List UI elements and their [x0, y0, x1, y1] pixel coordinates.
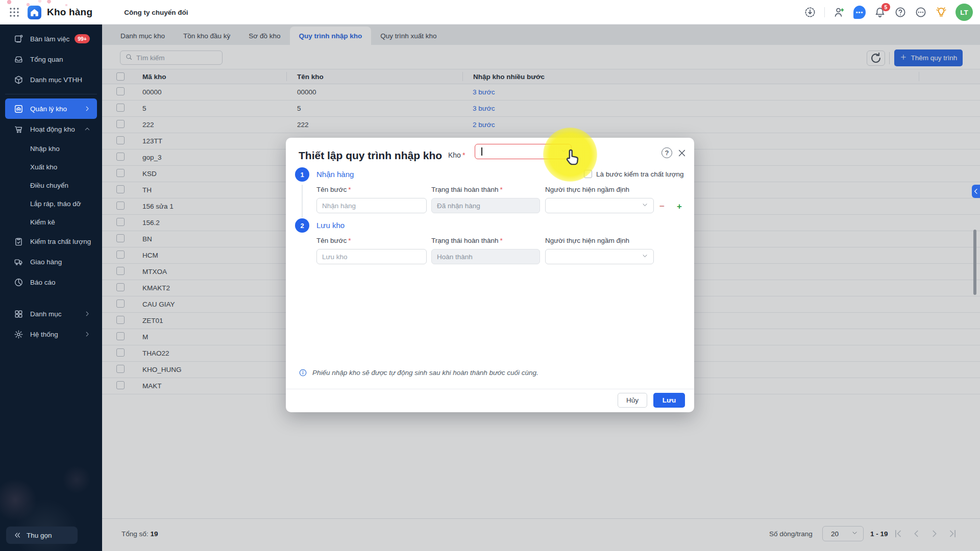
chevron-down-icon [560, 147, 567, 156]
sidebar-item-l-p-r-p-th-o-d-[interactable]: Lắp ráp, tháo dỡ [5, 194, 97, 213]
company-name[interactable]: Công ty chuyển đổi [124, 9, 188, 16]
topbar: Kho hàng Công ty chuyển đổi ••• 5 LT [0, 0, 980, 24]
warehouse-field-label: Kho* [448, 151, 465, 159]
truck-icon [14, 257, 23, 267]
sidebar-decoration [0, 347, 102, 551]
collapse-sidebar-button[interactable]: Thu gọn [6, 527, 78, 544]
collapse-label: Thu gọn [27, 532, 52, 539]
text-cursor [481, 147, 482, 156]
gear-icon [14, 330, 23, 339]
field-input: Đã nhận hàng [431, 198, 540, 213]
step-name: Lưu kho [316, 221, 345, 230]
sidebar-item-label: Bàn làm việc [30, 35, 69, 43]
download-icon[interactable] [804, 6, 816, 18]
side-panel-expand-tab[interactable] [972, 185, 980, 198]
field-label: Trạng thái hoàn thành* [431, 186, 540, 194]
sidebar-item-ho-t-ng-kho[interactable]: Hoạt động kho [5, 119, 97, 139]
chevron-down-icon [642, 253, 648, 261]
sidebar-item-b-o-c-o[interactable]: Báo cáo [5, 272, 97, 292]
sidebar-item-ki-m-k-[interactable]: Kiểm kê [5, 213, 97, 231]
assignee-select[interactable] [545, 249, 654, 264]
sidebar-divider [5, 90, 97, 98]
sidebar-item-nh-p-kho[interactable]: Nhập kho [5, 139, 97, 158]
assignee-select[interactable] [545, 198, 654, 213]
badge: 99+ [75, 34, 90, 43]
sidebar-item-label: Nhập kho [30, 145, 60, 153]
topbar-actions: ••• 5 LT [804, 0, 980, 24]
sidebar-item-label: Quản lý kho [30, 105, 67, 113]
sidebar-item-b-n-l-m-vi-c[interactable]: Bàn làm việc99+ [5, 29, 97, 49]
sidebar-item-label: Xuất kho [30, 163, 57, 171]
field-2: Trạng thái hoàn thành*Hoàn thành [431, 237, 540, 264]
add-user-icon[interactable] [833, 6, 845, 18]
topbar-left: Kho hàng Công ty chuyển đổi [0, 0, 188, 24]
sidebar: Bàn làm việc99+Tổng quanDanh mục VTHHQuả… [0, 24, 102, 551]
sidebar-item-label: Danh mục VTHH [30, 76, 82, 84]
sidebar-item-h-th-ng[interactable]: Hệ thống [5, 324, 97, 344]
chat-icon[interactable]: ••• [853, 6, 866, 18]
sidebar-item-ki-m-tra-ch-t-l-ng[interactable]: Kiểm tra chất lượng [5, 231, 97, 252]
field-1: Tên bước*Nhận hàng [316, 186, 427, 213]
sidebar-item-label: Điều chuyển [30, 182, 68, 189]
sidebar-item-label: Kiểm kê [30, 218, 55, 226]
close-icon[interactable] [677, 148, 687, 158]
info-note-text: Phiếu nhập kho sẽ được tự động sinh sau … [312, 369, 538, 377]
cancel-button[interactable]: Hủy [618, 393, 647, 408]
sidebar-item-label: Kiểm tra chất lượng [30, 238, 91, 245]
help-icon[interactable] [894, 6, 906, 18]
cart-icon [14, 124, 23, 134]
overview-icon [14, 55, 23, 64]
sidebar-item-danh-m-c-vthh[interactable]: Danh mục VTHH [5, 69, 97, 90]
dialog-title: Thiết lập quy trình nhập kho [299, 149, 442, 162]
collapse-icon [13, 531, 21, 539]
sidebar-item-giao-h-ng[interactable]: Giao hàng [5, 252, 97, 272]
field-3: Người thực hiện ngầm định [545, 237, 654, 264]
dialog-help-icon[interactable]: ? [662, 147, 672, 158]
dialog-footer-divider [286, 389, 694, 389]
field-input[interactable]: Nhận hàng [316, 198, 427, 213]
info-icon [299, 368, 307, 377]
scrollbar-thumb[interactable] [973, 230, 976, 295]
field-label: Tên bước* [316, 237, 427, 245]
step-number-badge: 1 [295, 167, 309, 182]
cube-icon [14, 75, 23, 85]
step-1: 1Nhận hàngTên bước*Nhận hàngTrạng thái h… [295, 167, 685, 223]
sidebar-item-label: Lắp ráp, tháo dỡ [30, 200, 81, 208]
save-button[interactable]: Lưu [653, 393, 685, 408]
sidebar-item-label: Tổng quan [30, 56, 63, 63]
screen: Kho hàng Công ty chuyển đổi ••• 5 LT Bàn… [0, 0, 980, 551]
clipboard-check-icon [14, 237, 23, 246]
field-2: Trạng thái hoàn thành*Đã nhận hàng [431, 186, 540, 213]
field-input: Hoàn thành [431, 249, 540, 264]
chevron-down-icon [642, 202, 648, 210]
sidebar-item--i-u-chuy-n[interactable]: Điều chuyển [5, 176, 97, 194]
sidebar-item-label: Báo cáo [30, 279, 56, 286]
bell-icon[interactable]: 5 [874, 6, 886, 18]
more-icon[interactable] [915, 6, 927, 18]
field-label: Người thực hiện ngầm định [545, 237, 654, 245]
sidebar-item-label: Danh mục [30, 310, 62, 318]
sidebar-item-t-ng-quan[interactable]: Tổng quan [5, 49, 97, 69]
field-label: Trạng thái hoàn thành* [431, 237, 540, 245]
add-step-button[interactable]: + [675, 202, 684, 212]
setup-import-process-dialog: Thiết lập quy trình nhập kho Kho* ? Là b… [286, 138, 694, 412]
grid-icon [14, 309, 23, 319]
field-3: Người thực hiện ngầm định [545, 186, 654, 213]
sidebar-item-xu-t-kho[interactable]: Xuất kho [5, 158, 97, 176]
remove-step-button[interactable]: − [657, 202, 667, 212]
sidebar-item-label: Hệ thống [30, 331, 58, 338]
chevron-right-icon [84, 105, 91, 112]
app-logo-icon[interactable] [28, 6, 41, 19]
step-2: 2Lưu khoTên bước*Lưu khoTrạng thái hoàn … [295, 218, 685, 274]
app-launcher-icon[interactable] [8, 6, 20, 18]
info-note: Phiếu nhập kho sẽ được tự động sinh sau … [299, 368, 538, 377]
avatar[interactable]: LT [955, 4, 973, 21]
field-input[interactable]: Lưu kho [316, 249, 427, 264]
app-title: Kho hàng [47, 7, 92, 18]
lamp-icon[interactable] [935, 6, 947, 18]
warehouse-select-input[interactable] [475, 144, 572, 159]
sidebar-item-qu-n-l-kho[interactable]: Quản lý kho [5, 98, 97, 119]
desktop-icon [14, 34, 23, 44]
notification-badge: 5 [881, 3, 890, 11]
sidebar-item-danh-m-c[interactable]: Danh mục [5, 304, 97, 324]
